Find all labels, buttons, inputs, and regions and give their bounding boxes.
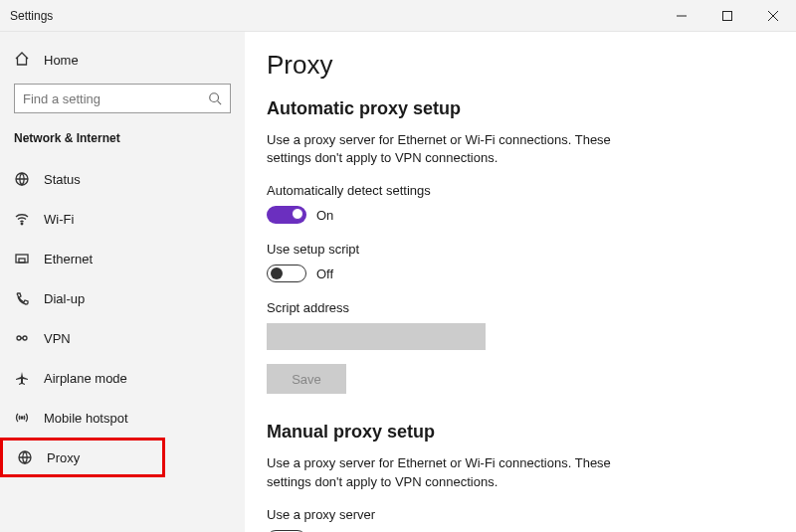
section-auto-heading: Automatic proxy setup xyxy=(267,98,796,119)
minimize-button[interactable] xyxy=(659,0,704,32)
sidebar-item-ethernet[interactable]: Ethernet xyxy=(0,239,245,278)
page-title: Proxy xyxy=(267,50,796,81)
sidebar-group-label: Network & Internet xyxy=(0,127,245,159)
sidebar-item-label: Ethernet xyxy=(44,252,93,266)
sidebar-item-dialup[interactable]: Dial-up xyxy=(0,278,245,318)
search-box[interactable] xyxy=(14,84,231,113)
script-address-input[interactable] xyxy=(267,323,486,350)
sidebar-item-label: Dial-up xyxy=(44,291,85,306)
window-title: Settings xyxy=(10,9,53,23)
sidebar-item-label: VPN xyxy=(44,331,71,346)
sidebar-item-label: Proxy xyxy=(47,450,80,465)
ethernet-icon xyxy=(14,251,30,266)
home-icon xyxy=(14,51,30,70)
setup-script-label: Use setup script xyxy=(267,242,796,257)
svg-point-11 xyxy=(23,336,27,340)
svg-rect-9 xyxy=(19,259,25,263)
close-button[interactable] xyxy=(750,0,796,32)
wifi-icon xyxy=(14,211,30,227)
auto-detect-toggle[interactable] xyxy=(267,206,306,224)
svg-point-13 xyxy=(21,417,23,419)
sidebar-item-label: Status xyxy=(44,172,81,187)
section-manual-heading: Manual proxy setup xyxy=(267,422,796,443)
status-icon xyxy=(14,171,30,187)
maximize-button[interactable] xyxy=(704,0,750,32)
auto-detect-label: Automatically detect settings xyxy=(267,183,796,198)
section-manual-desc: Use a proxy server for Ethernet or Wi-Fi… xyxy=(267,454,645,490)
sidebar-item-status[interactable]: Status xyxy=(0,159,245,199)
svg-point-7 xyxy=(21,223,23,225)
svg-point-10 xyxy=(17,336,21,340)
proxy-icon xyxy=(17,449,33,465)
dialup-icon xyxy=(14,290,30,306)
main-content: Proxy Automatic proxy setup Use a proxy … xyxy=(245,32,796,532)
titlebar: Settings xyxy=(0,0,796,32)
svg-point-4 xyxy=(210,93,219,102)
sidebar-item-proxy[interactable]: Proxy xyxy=(0,438,165,477)
svg-line-5 xyxy=(218,101,222,105)
sidebar-item-hotspot[interactable]: Mobile hotspot xyxy=(0,398,245,438)
sidebar-item-airplane[interactable]: Airplane mode xyxy=(0,358,245,398)
home-label: Home xyxy=(44,53,79,68)
sidebar-item-vpn[interactable]: VPN xyxy=(0,318,245,358)
setup-script-state: Off xyxy=(316,266,333,281)
sidebar-item-wifi[interactable]: Wi-Fi xyxy=(0,199,245,239)
sidebar: Home Network & Internet Status Wi-Fi xyxy=(0,32,245,532)
search-icon xyxy=(208,91,222,105)
setup-script-toggle[interactable] xyxy=(267,265,306,282)
svg-rect-1 xyxy=(723,11,732,20)
vpn-icon xyxy=(14,330,30,346)
airplane-icon xyxy=(14,370,30,386)
search-input[interactable] xyxy=(23,91,208,106)
save-button[interactable]: Save xyxy=(267,364,346,394)
section-auto-desc: Use a proxy server for Ethernet or Wi-Fi… xyxy=(267,131,645,167)
auto-detect-state: On xyxy=(316,208,333,223)
sidebar-item-label: Mobile hotspot xyxy=(44,411,128,426)
hotspot-icon xyxy=(14,410,30,426)
use-proxy-label: Use a proxy server xyxy=(267,507,796,522)
home-link[interactable]: Home xyxy=(0,46,245,80)
sidebar-item-label: Wi-Fi xyxy=(44,212,74,227)
script-address-label: Script address xyxy=(267,300,796,315)
sidebar-item-label: Airplane mode xyxy=(44,371,127,386)
